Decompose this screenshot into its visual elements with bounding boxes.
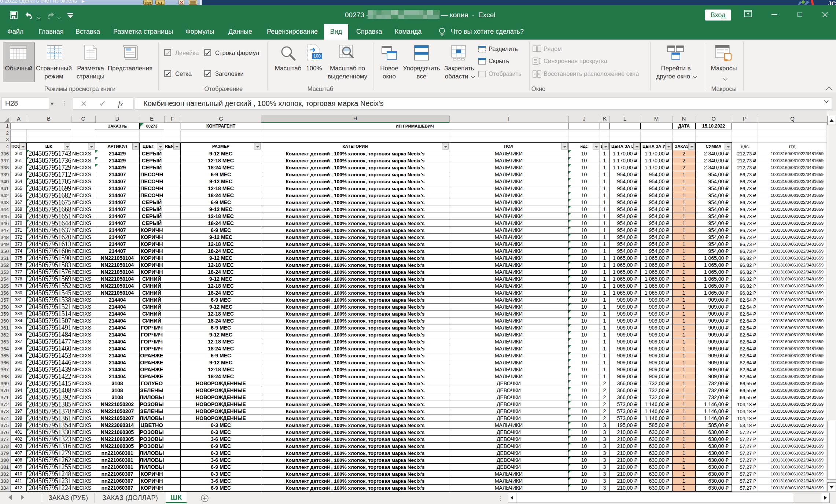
svg-text:100: 100 (313, 54, 321, 59)
svg-text:root: root (145, 1, 151, 5)
